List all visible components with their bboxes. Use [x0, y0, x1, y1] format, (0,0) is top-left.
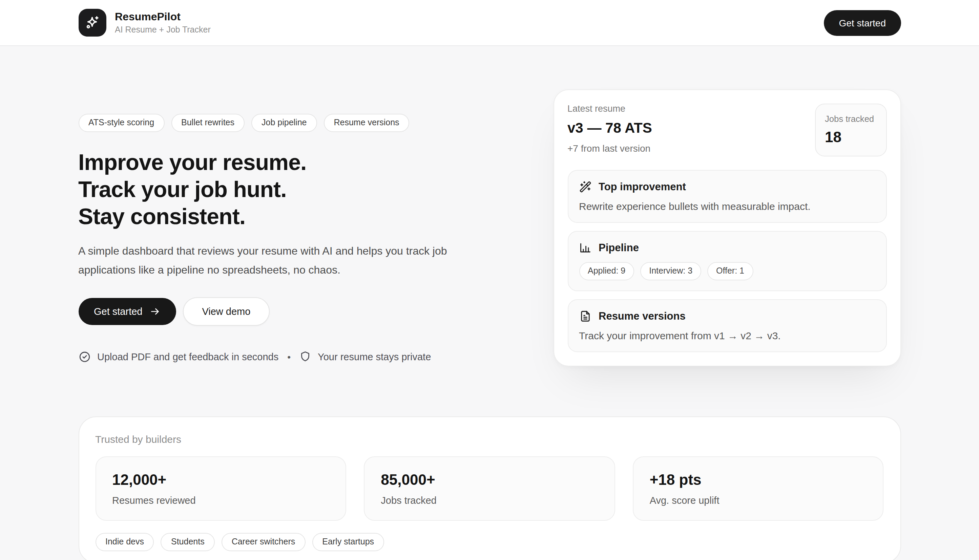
header-get-started-button[interactable]: Get started: [824, 10, 901, 35]
feature-pill-ats: ATS-style scoring: [78, 114, 164, 132]
resume-score-delta: +7 from last version: [567, 143, 652, 154]
jobs-tracked-label: Jobs tracked: [825, 114, 876, 124]
assurance-upload: Upload PDF and get feedback in seconds: [78, 350, 279, 363]
file-text-icon: [579, 310, 591, 322]
audience-pill-career-switchers: Career switchers: [222, 533, 306, 551]
hero-copy: ATS-style scoring Bullet rewrites Job pi…: [78, 46, 525, 363]
resume-versions-section: Resume versions Track your improvement f…: [567, 299, 887, 352]
brand-name: ResumePilot: [115, 12, 211, 22]
trusted-label: Trusted by builders: [95, 433, 884, 445]
feature-pill-bullets: Bullet rewrites: [171, 114, 245, 132]
brand-text: ResumePilot AI Resume + Job Tracker: [115, 12, 211, 34]
hero-heading-line-2: Track your job hunt.: [78, 176, 525, 203]
hero-heading-line-1: Improve your resume.: [78, 148, 525, 176]
hero-heading: Improve your resume. Track your job hunt…: [78, 148, 525, 230]
audience-pill-indie-devs: Indie devs: [95, 533, 154, 551]
wand-icon: [579, 181, 591, 193]
audience-pill-early-startups: Early startups: [312, 533, 384, 551]
pipeline-applied-badge: Applied: 9: [579, 262, 634, 280]
resume-versions-description: Track your improvement from v1 → v2 → v3…: [579, 330, 875, 341]
sparkle-icon: [84, 15, 100, 30]
top-improvement-title: Top improvement: [598, 181, 686, 193]
stat-value: +18 pts: [650, 471, 867, 489]
jobs-tracked-value: 18: [825, 129, 876, 146]
top-navbar: ResumePilot AI Resume + Job Tracker Get …: [0, 0, 979, 46]
resume-summary: Latest resume v3 — 78 ATS +7 from last v…: [567, 103, 652, 154]
hero-section: ATS-style scoring Bullet rewrites Job pi…: [0, 46, 979, 417]
resume-card-label: Latest resume: [567, 103, 652, 114]
stat-resumes-reviewed: 12,000+ Resumes reviewed: [95, 457, 346, 521]
stats-row: 12,000+ Resumes reviewed 85,000+ Jobs tr…: [95, 457, 884, 521]
stat-jobs-tracked: 85,000+ Jobs tracked: [364, 457, 615, 521]
brand-tagline: AI Resume + Job Tracker: [115, 26, 211, 34]
audience-pill-students: Students: [161, 533, 215, 551]
stat-value: 85,000+: [381, 471, 598, 489]
audience-pills: Indie devs Students Career switchers Ear…: [95, 533, 884, 551]
resume-versions-title: Resume versions: [598, 310, 686, 322]
view-demo-button[interactable]: View demo: [183, 297, 269, 325]
arrow-right-icon: [150, 306, 160, 317]
page: ResumePilot AI Resume + Job Tracker Get …: [0, 0, 979, 560]
hero-heading-line-3: Stay consistent.: [78, 203, 525, 230]
stat-score-uplift: +18 pts Avg. score uplift: [633, 457, 884, 521]
jobs-tracked-box: Jobs tracked 18: [815, 103, 887, 157]
pipeline-offer-badge: Offer: 1: [707, 262, 753, 280]
pipeline-stats: Applied: 9 Interview: 3 Offer: 1: [579, 262, 875, 280]
hero-get-started-button[interactable]: Get started: [78, 298, 176, 325]
dot-separator: •: [287, 351, 291, 362]
brand-home-link[interactable]: ResumePilot AI Resume + Job Tracker: [78, 9, 211, 37]
hero-description: A simple dashboard that reviews your res…: [78, 242, 479, 279]
app-logo: [78, 9, 106, 37]
top-improvement-description: Rewrite experience bullets with measurab…: [579, 200, 875, 212]
feature-pill-versions: Resume versions: [324, 114, 409, 132]
stat-label: Jobs tracked: [381, 495, 598, 506]
pipeline-title: Pipeline: [598, 242, 639, 254]
resume-version-score: v3 — 78 ATS: [567, 120, 652, 136]
hero-cta-row: Get started View demo: [78, 297, 525, 325]
top-improvement-section: Top improvement Rewrite experience bulle…: [567, 170, 887, 223]
stat-label: Resumes reviewed: [112, 495, 329, 506]
feature-pill-pipeline: Job pipeline: [251, 114, 317, 132]
feature-pills: ATS-style scoring Bullet rewrites Job pi…: [78, 114, 525, 132]
assurance-row: Upload PDF and get feedback in seconds •…: [78, 350, 525, 363]
latest-resume-card: Latest resume v3 — 78 ATS +7 from last v…: [553, 89, 901, 366]
stat-value: 12,000+: [112, 471, 329, 489]
assurance-privacy: Your resume stays private: [299, 351, 431, 362]
shield-icon: [299, 351, 311, 362]
pipeline-interview-badge: Interview: 3: [640, 262, 701, 280]
bar-chart-icon: [579, 242, 591, 254]
trusted-panel: Trusted by builders 12,000+ Resumes revi…: [78, 417, 901, 560]
pipeline-section: Pipeline Applied: 9 Interview: 3 Offer: …: [567, 231, 887, 291]
stat-label: Avg. score uplift: [650, 495, 867, 506]
check-circle-icon: [78, 350, 90, 363]
